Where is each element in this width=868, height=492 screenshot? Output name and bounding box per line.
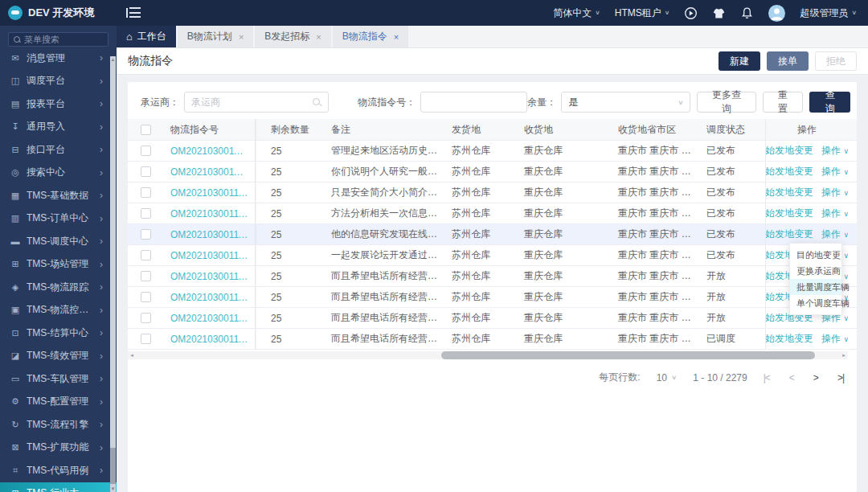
row-more-actions[interactable]: 操作 ∨ [821, 144, 848, 158]
sidebar-menu-item[interactable]: ⌗ TMS-代码用例 › [0, 459, 117, 482]
last-page-button[interactable]: >| [837, 372, 844, 383]
order-no-link[interactable]: OM202103001119 [164, 187, 255, 199]
row-checkbox[interactable] [141, 334, 151, 344]
page-range: 1 - 10 / 2279 [693, 372, 747, 383]
tenant-selector[interactable]: HTMS租户 ∨ [615, 6, 670, 20]
order-no-input[interactable] [428, 96, 520, 108]
scroll-left-icon[interactable]: ◂ [128, 351, 136, 359]
order-no-link[interactable]: OM202103001114 [164, 292, 255, 303]
order-no-link[interactable]: OM202103001115 [164, 271, 255, 282]
language-selector[interactable]: 简体中文 ∨ [553, 6, 600, 20]
row-checkbox[interactable] [141, 229, 151, 240]
order-no-link[interactable]: OM202103001121 [164, 146, 255, 157]
menu-search[interactable] [8, 32, 108, 47]
search-button[interactable]: 查询 [809, 92, 850, 113]
close-icon[interactable]: × [316, 32, 321, 42]
row-checkbox[interactable] [141, 187, 151, 198]
change-origin-link[interactable]: 始发地变更 [765, 228, 813, 241]
select-all-checkbox[interactable] [141, 125, 151, 135]
change-origin-link[interactable]: 始发地变更 [765, 144, 813, 158]
order-no-link[interactable]: OM202103001113 [164, 313, 255, 324]
nav-tab[interactable]: B物流指令 × [333, 26, 408, 47]
nav-tab[interactable]: B发起招标 × [255, 26, 330, 47]
user-menu[interactable]: 超级管理员 ∨ [800, 6, 857, 20]
change-origin-link[interactable]: 始发地变更 [765, 207, 813, 220]
close-icon[interactable]: × [239, 32, 244, 42]
reject-button[interactable]: 拒绝 [815, 51, 857, 71]
sidebar-menu-item[interactable]: ▤ 报表平台 › [0, 92, 117, 116]
user-avatar[interactable] [768, 5, 785, 22]
row-checkbox[interactable] [141, 166, 151, 177]
prev-page-button[interactable]: < [789, 372, 794, 383]
sidebar-menu-item[interactable]: ◎ 搜索中心 › [0, 162, 117, 185]
dropdown-menu-item[interactable]: 单个调度车辆 [790, 295, 841, 311]
carrier-field[interactable] [184, 92, 329, 113]
carrier-input[interactable] [191, 96, 313, 108]
order-no-link[interactable]: OM202103001118 [164, 208, 255, 219]
change-origin-link[interactable]: 始发地变更 [765, 165, 813, 178]
order-no-link[interactable]: OM202103001117 [164, 229, 255, 240]
dropdown-menu-item[interactable]: 更换承运商 [790, 263, 841, 279]
sidebar-menu-item[interactable]: ◪ TMS-绩效管理 › [0, 345, 117, 368]
order-no-field[interactable] [420, 92, 527, 113]
sidebar-menu-item[interactable]: ▬ TMS-调度中心 › [0, 230, 117, 253]
sidebar-menu-item[interactable]: ▭ TMS-车队管理 › [0, 367, 117, 391]
dropdown-menu-item[interactable]: 目的地变更 [790, 247, 841, 263]
scroll-right-icon[interactable]: ▸ [840, 351, 848, 359]
row-more-actions[interactable]: 操作 ∨ [821, 332, 848, 346]
sidebar-menu-item[interactable]: ▣ TMS-物流控制塔 › [0, 299, 117, 322]
order-no-link[interactable]: OM202103001120 [164, 166, 255, 178]
dropdown-menu-item[interactable]: 批量调度车辆 [790, 279, 841, 295]
sidebar-menu-item[interactable]: ↻ TMS-流程引擎 › [0, 413, 117, 437]
carrier-label: 承运商： [141, 96, 179, 109]
row-checkbox[interactable] [141, 313, 151, 323]
row-checkbox[interactable] [141, 146, 151, 156]
nav-tab[interactable]: ⌂ 工作台 [117, 26, 176, 47]
create-button[interactable]: 新建 [719, 51, 760, 71]
sidebar-menu-item[interactable]: ✉ 消息管理 › [0, 47, 117, 70]
row-more-actions[interactable]: 操作 ∨ [821, 165, 848, 178]
row-more-actions[interactable]: 操作 ∨ [821, 207, 848, 220]
more-search-button[interactable]: 更多查询 [697, 92, 755, 113]
next-page-button[interactable]: > [813, 372, 818, 383]
first-page-button[interactable]: |< [764, 372, 770, 383]
row-checkbox[interactable] [141, 208, 151, 219]
row-more-actions[interactable]: 操作 ∨ [821, 186, 848, 199]
change-origin-link[interactable]: 始发地变更 [765, 186, 813, 199]
row-more-actions[interactable]: 操作 ∨ [821, 228, 848, 241]
notifications-bell-icon[interactable] [740, 6, 754, 20]
row-checkbox[interactable] [141, 271, 151, 281]
change-origin-link[interactable]: 始发地变更 [765, 332, 813, 346]
accept-button[interactable]: 接单 [767, 51, 809, 71]
sidebar-menu-item[interactable]: ⚙ TMS-配置管理 › [0, 391, 117, 414]
sidebar-menu-item[interactable]: ⊡ TMS-结算中心 › [0, 322, 117, 345]
scrollbar-thumb[interactable] [441, 351, 815, 359]
reset-button[interactable]: 重置 [763, 92, 804, 113]
sidebar-menu-item[interactable]: ↧ 通用导入 › [0, 116, 117, 139]
scrollbar-thumb[interactable] [110, 448, 116, 484]
remain-select[interactable]: 是 ∨ [561, 92, 690, 113]
sidebar-menu-item[interactable]: ⊞ TMS-场站管理 › [0, 253, 117, 277]
sidebar-menu-item[interactable]: ⊞ TMS-行业大宗物流 › [0, 482, 117, 492]
nav-tab[interactable]: B物流计划 × [178, 26, 253, 47]
sidebar-menu-item[interactable]: ◫ 调度平台 › [0, 70, 117, 93]
scroll-up-icon[interactable]: ▲ [110, 56, 116, 63]
row-checkbox[interactable] [141, 250, 151, 260]
menu-search-input[interactable] [24, 35, 103, 44]
sidebar-scrollbar[interactable]: ▲ ▼ [110, 56, 116, 492]
sidebar-menu-item[interactable]: ▥ TMS-订单中心 › [0, 207, 117, 231]
close-icon[interactable]: × [394, 32, 399, 42]
row-checkbox[interactable] [141, 292, 151, 302]
sidebar-collapse-icon[interactable] [126, 7, 141, 18]
sidebar-menu-item[interactable]: ⊟ 接口平台 › [0, 138, 117, 162]
order-no-link[interactable]: OM202103001116 [164, 250, 255, 261]
sidebar-menu-item[interactable]: ⊠ TMS-扩展功能 › [0, 437, 117, 460]
rows-per-page-select[interactable]: 10 ∨ [657, 372, 678, 383]
scroll-down-icon[interactable]: ▼ [110, 486, 116, 492]
theme-skin-icon[interactable] [712, 6, 726, 20]
horizontal-scrollbar[interactable]: ◂ ▸ [128, 351, 848, 359]
order-no-link[interactable]: OM202103001112 [164, 334, 255, 345]
sidebar-menu-item[interactable]: ◈ TMS-物流跟踪 › [0, 276, 117, 299]
sidebar-menu-item[interactable]: ▦ TMS-基础数据 › [0, 184, 117, 207]
guide-play-icon[interactable] [684, 6, 698, 20]
